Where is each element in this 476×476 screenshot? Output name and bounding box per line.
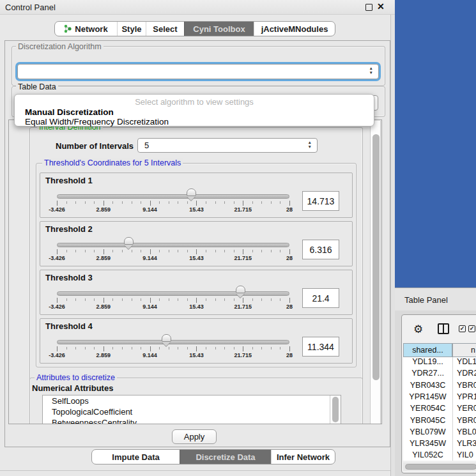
panel-scrollbar-thumb[interactable]: [372, 134, 380, 380]
column-header-name[interactable]: n: [452, 343, 476, 357]
list-item-selfloops[interactable]: SelfLoops: [43, 395, 341, 406]
tick-label: 15.43: [189, 352, 204, 358]
horizontal-scrollbar[interactable]: [403, 463, 476, 471]
tab-jactivemnodules[interactable]: jActiveMNodules: [254, 22, 335, 36]
tick-mark: [66, 201, 67, 204]
list-item-topologicalcoefficient[interactable]: TopologicalCoefficient: [43, 406, 341, 417]
cell-shared-name: YDL19...: [403, 357, 452, 366]
table-row[interactable]: YLR345WYLR3: [403, 439, 476, 450]
apply-button[interactable]: Apply: [172, 429, 217, 444]
tick-mark: [252, 347, 253, 349]
split-view-icon[interactable]: [438, 323, 449, 334]
table-row[interactable]: YDR27...YDR2: [403, 369, 476, 380]
tick-mark: [224, 201, 225, 204]
tab-discretize-data[interactable]: Discretize Data: [180, 450, 271, 464]
tick-mark: [132, 201, 132, 204]
tick-mark: [271, 201, 272, 204]
cell-shared-name: YIL052C: [403, 450, 452, 459]
number-of-intervals-combobox[interactable]: 5 ▲▼: [137, 138, 318, 153]
threshold-value-field[interactable]: 11.344: [302, 337, 339, 357]
slider-track[interactable]: [57, 340, 289, 344]
tick-mark: [187, 201, 188, 204]
checkbox-icon[interactable]: ✓: [459, 325, 466, 332]
tick-label: 15.43: [189, 206, 204, 213]
tab-impute-data[interactable]: Impute Data: [92, 450, 180, 464]
table-panel-title: Table Panel: [404, 295, 448, 305]
tick-mark: [141, 298, 141, 301]
panel-bottom-divider: [0, 470, 395, 471]
list-item-betweennesscentrality[interactable]: BetweennessCentrality: [43, 417, 341, 424]
threshold-value-field[interactable]: 6.316: [302, 240, 339, 259]
tick-mark: [159, 201, 160, 204]
tick-label: -3.426: [49, 352, 65, 358]
slider-thumb[interactable]: [124, 237, 134, 245]
tick-mark: [169, 201, 169, 204]
horizontal-scrollbar-thumb[interactable]: [405, 464, 476, 470]
tick-mark: [122, 250, 123, 252]
tick-mark: [234, 298, 234, 301]
list-scrollbar[interactable]: [330, 395, 341, 424]
tick-mark: [141, 250, 141, 252]
slider-track[interactable]: [57, 194, 289, 199]
tab-style[interactable]: Style: [117, 22, 146, 36]
slider-track[interactable]: [57, 291, 289, 296]
panel-splitter[interactable]: [390, 15, 395, 476]
slider-thumb[interactable]: [162, 334, 171, 342]
table-panel-header: Table Panel: [395, 288, 476, 311]
dropdown-option-equal-width-frequency[interactable]: Equal Width/Frequency Discretization: [17, 117, 373, 127]
numerical-attributes-list[interactable]: SelfLoopsTopologicalCoefficientBetweenne…: [42, 395, 341, 424]
tick-mark: [206, 201, 206, 204]
tick-label: 2.859: [96, 303, 111, 310]
table-row[interactable]: YER054CYER0: [403, 404, 476, 415]
cell-name: YPR1: [457, 392, 476, 401]
panel-scrollbar[interactable]: [370, 121, 381, 424]
table-row[interactable]: YPR145WYPR1: [403, 392, 476, 404]
tick-mark: [206, 298, 206, 301]
tick-mark: [104, 346, 104, 351]
table-row[interactable]: YDL19...YDL1: [403, 357, 476, 369]
table-row[interactable]: YBL079WYBL0: [403, 427, 476, 439]
tick-mark: [215, 201, 216, 204]
tick-mark: [112, 201, 113, 204]
tick-mark: [104, 201, 104, 206]
threshold-panel-1: Threshold 1-3.4262.8599.14415.4321.71528…: [40, 173, 353, 218]
gear-icon[interactable]: ⚙: [413, 323, 423, 336]
close-icon[interactable]: ✕: [377, 1, 385, 12]
checkbox-icon[interactable]: ✓: [468, 325, 475, 332]
table-row[interactable]: YBR045CYBR0: [403, 416, 476, 427]
threshold-value-field[interactable]: 21.4: [302, 288, 339, 308]
tick-label: -3.426: [49, 303, 65, 310]
tab-cyni-toolbox[interactable]: Cyni Toolbox: [184, 22, 254, 36]
threshold-panel-2: Threshold 2-3.4262.8599.14415.4321.71528…: [40, 221, 353, 266]
slider-thumb[interactable]: [236, 286, 245, 293]
cell-name: YBR0: [457, 416, 476, 425]
dropdown-option-manual-discretization[interactable]: Manual Discretization: [17, 107, 373, 118]
tab-select[interactable]: Select: [146, 22, 184, 36]
combo-stepper-icon[interactable]: ▲▼: [369, 66, 373, 75]
algorithm-combobox[interactable]: ▲▼: [17, 64, 379, 79]
tick-mark: [206, 347, 206, 349]
table-row[interactable]: YIL052CYIL0: [403, 450, 476, 461]
tick-mark: [280, 201, 280, 204]
threshold-value-field[interactable]: 14.713: [302, 191, 339, 211]
slider-track[interactable]: [57, 243, 289, 247]
tab-network[interactable]: Network: [55, 22, 117, 36]
slider-thumb[interactable]: [187, 188, 196, 196]
tick-mark: [85, 347, 86, 349]
node-table: ⚙ ✓ ✓ shared... n YDL19...YDL1YDR27...YD…: [401, 314, 476, 473]
cell-name: YDR2: [457, 369, 476, 378]
table-row[interactable]: YBR043CYBR0: [403, 381, 476, 392]
tick-mark: [94, 250, 95, 252]
control-panel-titlebar: Control Panel ✕: [0, 0, 395, 15]
settings-scroll-panel: Interval Definition Number of Intervals …: [8, 119, 382, 424]
tick-mark: [122, 347, 123, 349]
tab-infer-network[interactable]: Infer Network: [271, 450, 335, 464]
combo-stepper-icon[interactable]: ▲▼: [308, 140, 312, 150]
tick-mark: [85, 250, 86, 252]
list-scrollbar-thumb[interactable]: [332, 397, 339, 422]
tab-label: Impute Data: [112, 452, 159, 462]
column-header-shared-name[interactable]: shared...: [403, 343, 452, 357]
tick-mark: [243, 201, 243, 206]
float-window-icon[interactable]: [365, 4, 372, 11]
tick-mark: [271, 250, 272, 252]
